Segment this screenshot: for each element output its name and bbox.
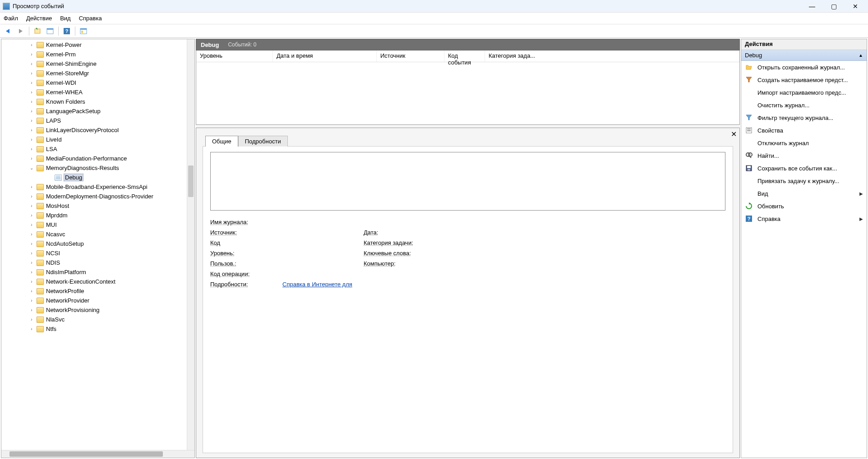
tree-item[interactable]: ›NdisImPlatform	[1, 267, 194, 277]
expand-icon[interactable]: ›	[28, 52, 35, 57]
properties-button[interactable]	[45, 26, 55, 37]
action-item[interactable]: Свойства	[741, 124, 867, 137]
tree-item[interactable]: ›Ncasvc	[1, 230, 194, 239]
tree-item[interactable]: ›ModernDeployment-Diagnostics-Provider	[1, 192, 194, 201]
tree-item[interactable]: ›LSA	[1, 144, 194, 154]
tree-item[interactable]: Debug	[1, 173, 194, 182]
expand-icon[interactable]: ›	[28, 326, 35, 331]
menu-file[interactable]: Файл	[4, 15, 18, 22]
expand-icon[interactable]: ›	[28, 90, 35, 95]
tree-item[interactable]: ›LAPS	[1, 116, 194, 125]
tree-item[interactable]: ›LinkLayerDiscoveryProtocol	[1, 125, 194, 135]
column-task[interactable]: Категория зада...	[485, 50, 739, 62]
expand-icon[interactable]: ›	[28, 147, 35, 151]
expand-icon[interactable]: ›	[28, 308, 35, 312]
minimize-button[interactable]: —	[806, 2, 818, 11]
tree-item[interactable]: ›Known Folders	[1, 97, 194, 106]
menu-view[interactable]: Вид	[60, 15, 71, 22]
tree-item[interactable]: ›NCSI	[1, 248, 194, 258]
action-item[interactable]: Сохранить все события как...	[741, 162, 867, 174]
scrollbar-thumb[interactable]	[9, 451, 163, 457]
expand-icon[interactable]: ›	[28, 109, 35, 114]
expand-icon[interactable]: ›	[28, 184, 35, 189]
show-tree-button[interactable]	[32, 26, 43, 37]
online-help-link[interactable]: Справка в Интернете для	[282, 281, 352, 288]
menu-help[interactable]: Справка	[79, 15, 102, 22]
expand-icon[interactable]: ›	[28, 128, 35, 133]
action-item[interactable]: Создать настраиваемое предст...	[741, 73, 867, 86]
tree-item[interactable]: ›Ntfs	[1, 324, 194, 334]
action-item[interactable]: Фильтр текущего журнала...	[741, 111, 867, 124]
expand-icon[interactable]: ›	[28, 156, 35, 161]
maximize-button[interactable]: ▢	[827, 2, 840, 11]
expand-icon[interactable]: ›	[28, 241, 35, 246]
tree-item[interactable]: ›Kernel-WDI	[1, 78, 194, 87]
tree-item[interactable]: ›Mobile-Broadband-Experience-SmsApi	[1, 182, 194, 192]
expand-icon[interactable]: ›	[28, 213, 35, 218]
tree-item[interactable]: ›Kernel-StoreMgr	[1, 69, 194, 78]
expand-icon[interactable]: ›	[28, 279, 35, 284]
menu-action[interactable]: Действие	[26, 15, 52, 22]
expand-icon[interactable]: ›	[28, 251, 35, 256]
preview-button[interactable]	[78, 26, 89, 37]
expand-icon[interactable]: ›	[28, 42, 35, 47]
expand-icon[interactable]: ›	[28, 61, 35, 66]
tree-item[interactable]: ›MediaFoundation-Performance	[1, 154, 194, 163]
expand-icon[interactable]: ›	[28, 298, 35, 303]
tree-vertical-scrollbar[interactable]	[187, 39, 194, 450]
action-item[interactable]: Импорт настраиваемого предс...	[741, 86, 867, 99]
tree-item[interactable]: ›Kernel-ShimEngine	[1, 59, 194, 69]
expand-icon[interactable]: ›	[28, 80, 35, 85]
tree-item[interactable]: ›NlaSvc	[1, 315, 194, 324]
forward-button[interactable]	[15, 26, 26, 37]
tree-item[interactable]: ›Kernel-WHEA	[1, 87, 194, 97]
action-item[interactable]: Привязать задачу к журналу...	[741, 174, 867, 187]
detail-close-button[interactable]: ✕	[731, 130, 737, 138]
tree-horizontal-scrollbar[interactable]	[1, 450, 194, 458]
expand-icon[interactable]: ›	[28, 99, 35, 104]
tree-item[interactable]: ⌄MemoryDiagnostics-Results	[1, 163, 194, 173]
expand-icon[interactable]: ›	[28, 289, 35, 294]
expand-icon[interactable]: ›	[28, 260, 35, 265]
column-source[interactable]: Источник	[377, 50, 444, 62]
close-button[interactable]: ✕	[849, 2, 862, 11]
tab-general[interactable]: Общие	[205, 136, 238, 147]
action-item[interactable]: Вид▶	[741, 187, 867, 200]
tree-item[interactable]: ›NetworkProvider	[1, 296, 194, 305]
expand-icon[interactable]: ›	[28, 222, 35, 227]
tree-item[interactable]: ›NetworkProfile	[1, 286, 194, 296]
expand-icon[interactable]: ›	[28, 118, 35, 123]
action-item[interactable]: ?Справка▶	[741, 212, 867, 225]
expand-icon[interactable]: ›	[28, 194, 35, 199]
tree-item[interactable]: ›NDIS	[1, 258, 194, 267]
tree-item[interactable]: ›Kernel-Prm	[1, 50, 194, 59]
tree-item[interactable]: ›LanguagePackSetup	[1, 106, 194, 116]
tree-item[interactable]: ›LiveId	[1, 135, 194, 144]
tree-item[interactable]: ›NetworkProvisioning	[1, 305, 194, 315]
tree-item[interactable]: ›NcdAutoSetup	[1, 239, 194, 248]
scrollbar-thumb[interactable]	[188, 165, 194, 197]
action-item[interactable]: Обновить	[741, 200, 867, 212]
expand-icon[interactable]: ›	[28, 203, 35, 208]
expand-icon[interactable]: ›	[28, 232, 35, 237]
column-code[interactable]: Код события	[444, 50, 485, 62]
tree-scroll[interactable]: ›Kernel-Power›Kernel-Prm›Kernel-ShimEngi…	[1, 39, 194, 450]
tab-details[interactable]: Подробности	[238, 136, 288, 147]
actions-group-header[interactable]: Debug ▲	[741, 50, 867, 61]
action-item[interactable]: Отключить журнал	[741, 137, 867, 149]
tree-item[interactable]: ›Mprddm	[1, 211, 194, 220]
tree-item[interactable]: ›MosHost	[1, 201, 194, 211]
event-list[interactable]: Уровень Дата и время Источник Код событи…	[196, 50, 740, 125]
tree-item[interactable]: ›Kernel-Power	[1, 40, 194, 50]
action-item[interactable]: Очистить журнал...	[741, 99, 867, 111]
column-level[interactable]: Уровень	[196, 50, 273, 62]
action-item[interactable]: Найти...	[741, 149, 867, 162]
expand-icon[interactable]: ›	[28, 137, 35, 142]
back-button[interactable]	[3, 26, 14, 37]
column-date[interactable]: Дата и время	[273, 50, 377, 62]
tree-item[interactable]: ›MUI	[1, 220, 194, 230]
action-item[interactable]: Открыть сохраненный журнал...	[741, 61, 867, 73]
expand-icon[interactable]: ›	[28, 270, 35, 275]
expand-icon[interactable]: ›	[28, 317, 35, 322]
expand-icon[interactable]: ›	[28, 71, 35, 76]
